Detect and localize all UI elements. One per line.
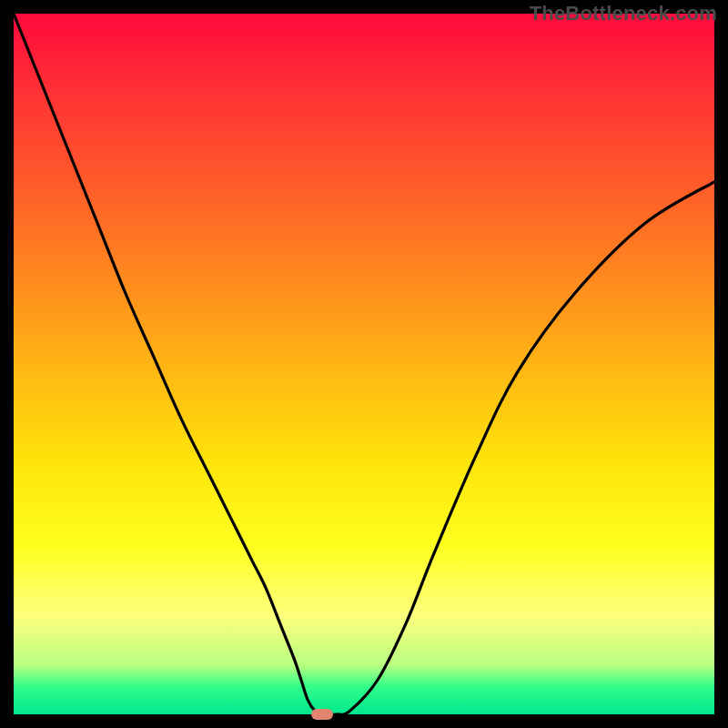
watermark-text: TheBottleneck.com [530,2,717,25]
chart-frame: TheBottleneck.com [0,0,728,728]
chart-plot-area [14,14,714,714]
